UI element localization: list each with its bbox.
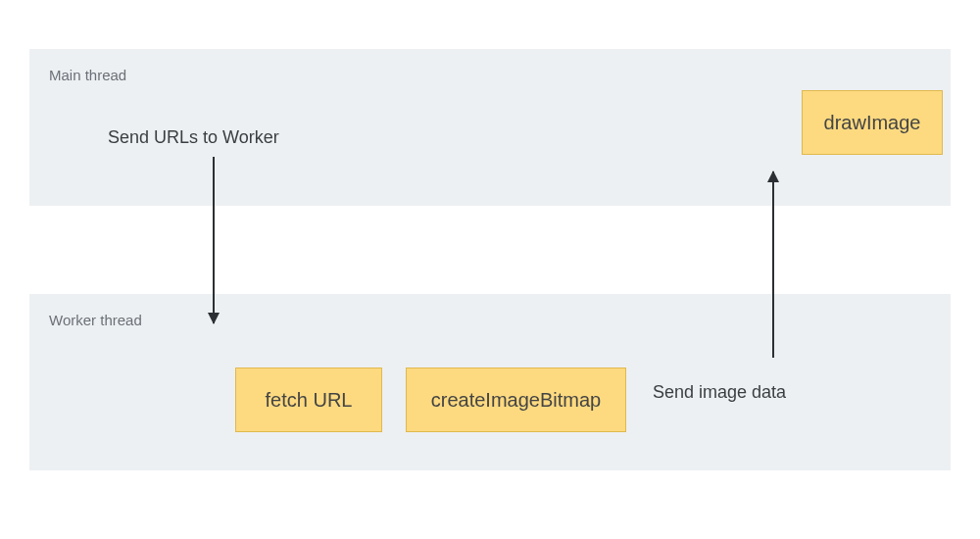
drawimage-box: drawImage xyxy=(802,90,943,155)
arrow-up-icon xyxy=(772,172,774,358)
arrow-down-icon xyxy=(213,157,215,323)
create-image-bitmap-box: createImageBitmap xyxy=(406,368,626,432)
create-image-bitmap-text: createImageBitmap xyxy=(431,389,601,412)
send-image-data-label: Send image data xyxy=(653,382,786,403)
send-urls-label: Send URLs to Worker xyxy=(108,127,279,148)
main-thread-label: Main thread xyxy=(49,67,126,83)
fetch-url-text: fetch URL xyxy=(266,389,353,412)
drawimage-text: drawImage xyxy=(824,112,921,134)
fetch-url-box: fetch URL xyxy=(235,368,382,432)
worker-thread-label: Worker thread xyxy=(49,312,142,328)
